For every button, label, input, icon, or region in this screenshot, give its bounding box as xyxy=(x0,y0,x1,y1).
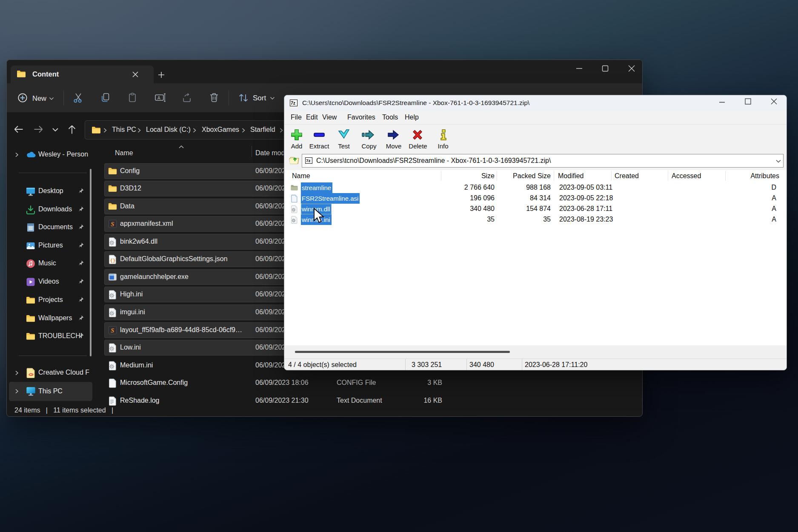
svg-text:A: A xyxy=(157,96,160,100)
svg-text:7z: 7z xyxy=(291,100,295,105)
svg-text:7z: 7z xyxy=(306,158,310,163)
